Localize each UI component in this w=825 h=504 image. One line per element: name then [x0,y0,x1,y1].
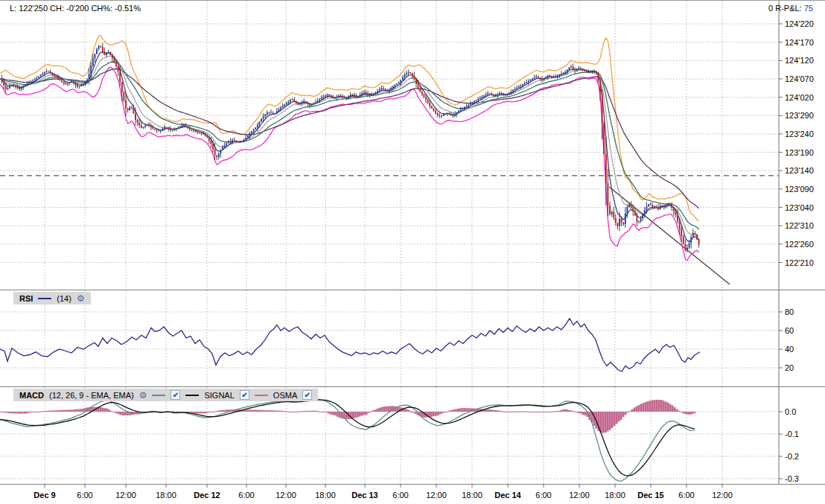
rsi-line-swatch [38,298,51,299]
macd-line-swatch [152,395,165,396]
svg-text:124'120: 124'120 [785,56,814,65]
trading-chart-window: 124'220124'170124'120124'070124'020123'2… [0,0,825,504]
rsi-indicator-panel[interactable]: 80604020 RSI (14) ⚙ [0,290,825,387]
time-label: Dec 9 [34,491,55,500]
trend-line [609,187,730,284]
time-label: Dec 13 [351,491,378,500]
svg-text:122'210: 122'210 [785,258,814,267]
time-label: 12:00 [712,491,733,500]
time-label: 6:00 [535,491,551,500]
macd-settings-icon[interactable]: ⚙ [139,391,147,400]
fast-ma-line [0,52,699,242]
time-label: 12:00 [115,491,136,500]
osma-checkbox[interactable]: ✔ [302,390,312,400]
rsi-title: RSI [19,294,33,303]
time-label: 12:00 [569,491,590,500]
time-label: 12:00 [275,491,296,500]
rsi-settings-icon[interactable]: ⚙ [77,294,85,303]
time-label: Dec 14 [494,491,520,500]
svg-text:123'240: 123'240 [785,130,814,138]
svg-text:123'190: 123'190 [785,148,814,157]
mid-ma-line [0,56,699,237]
osma-label: OSMA [273,391,297,400]
rsi-line [0,319,700,371]
pnl-readout: 0 R-P&L: 75 [768,4,813,13]
time-axis[interactable]: Dec 96:0012:0018:00Dec 126:0012:0018:00D… [0,484,825,504]
svg-text:0.0: 0.0 [785,407,796,416]
svg-text:40: 40 [785,345,794,354]
time-label: Dec 15 [637,491,663,500]
svg-text:123'140: 123'140 [785,166,814,175]
candles-group [1,42,700,252]
time-label: 6:00 [392,491,408,500]
time-label: 18:00 [315,491,336,500]
macd-chart-svg[interactable]: 0.0-0.1-0.2-0.3 [0,387,825,484]
time-label: 6:00 [77,491,92,500]
svg-text:80: 80 [785,307,794,316]
slow-ma-line [0,62,699,229]
svg-text:124'070: 124'070 [785,74,814,83]
rsi-header-chip: RSI (14) ⚙ [13,292,91,304]
time-label: 6:00 [678,491,694,500]
price-chart-svg[interactable]: 124'220124'170124'120124'070124'020123'2… [0,1,825,290]
quote-readout: L: 122'250 CH: -0'200 CH%: -0.51% [10,4,141,13]
svg-text:124'220: 124'220 [785,19,814,28]
signal-checkbox[interactable]: ✔ [240,390,249,400]
macd-indicator-panel[interactable]: 0.0-0.1-0.2-0.3 MACD (12, 26, 9 - EMA, E… [0,386,825,485]
time-label: 18:00 [605,491,625,500]
svg-text:122'260: 122'260 [785,240,814,249]
signal-label: SIGNAL [204,391,234,400]
macd-params: (12, 26, 9 - EMA, EMA) [49,391,134,400]
svg-text:124'170: 124'170 [785,38,814,47]
svg-text:-0.1: -0.1 [785,430,799,438]
macd-line-checkbox[interactable]: ✔ [171,390,180,400]
svg-text:20: 20 [785,363,794,372]
time-label: 18:00 [462,491,482,500]
time-label: 6:00 [238,491,254,500]
svg-text:123'090: 123'090 [785,185,814,194]
rsi-params: (14) [57,294,71,303]
svg-text:123'290: 123'290 [785,111,814,120]
price-chart-panel[interactable]: 124'220124'170124'120124'070124'020123'2… [0,1,825,290]
svg-text:123'040: 123'040 [785,203,814,212]
upper-band-line [0,36,699,222]
svg-text:-0.2: -0.2 [785,452,799,461]
osma-line-swatch [255,395,268,396]
lower-band-line [0,67,699,261]
time-label: 12:00 [426,491,447,500]
signal-line-swatch [185,395,199,396]
rsi-chart-svg[interactable]: 80604020 [0,290,825,386]
time-label: 18:00 [156,491,176,500]
svg-text:122'310: 122'310 [785,221,814,230]
time-label: Dec 12 [194,491,220,500]
svg-text:124'020: 124'020 [785,93,814,102]
macd-title: MACD [19,391,44,400]
svg-text:60: 60 [785,326,794,335]
pnl-label: 0 R-P&L: [768,4,802,13]
svg-text:-0.3: -0.3 [785,474,799,483]
pnl-value: 75 [804,4,813,13]
macd-header-chip: MACD (12, 26, 9 - EMA, EMA) ⚙ ✔ SIGNAL ✔… [13,389,318,401]
